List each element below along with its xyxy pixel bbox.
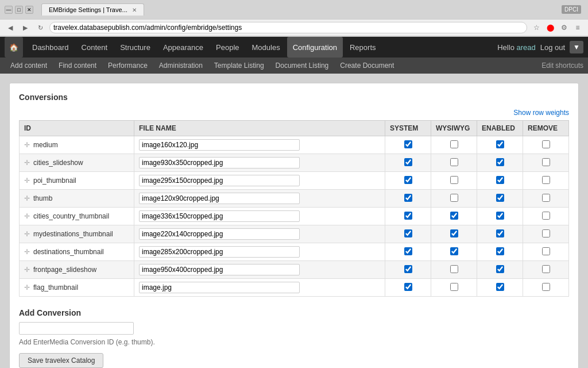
table-row: ✛poi_thumbnail bbox=[20, 172, 569, 190]
tab-close-icon[interactable]: ✕ bbox=[132, 7, 137, 13]
wysiwyg-cell bbox=[431, 208, 477, 225]
table-row: ✛medium bbox=[20, 136, 569, 154]
enabled-checkbox[interactable] bbox=[496, 212, 504, 220]
remove-checkbox[interactable] bbox=[542, 229, 550, 237]
wysiwyg-checkbox[interactable] bbox=[450, 158, 458, 166]
nav-item-people[interactable]: People bbox=[210, 37, 245, 57]
drag-handle-icon[interactable]: ✛ bbox=[24, 194, 30, 202]
remove-checkbox[interactable] bbox=[542, 283, 550, 291]
remove-checkbox[interactable] bbox=[542, 212, 550, 220]
drag-handle-icon[interactable]: ✛ bbox=[24, 266, 30, 274]
conversions-panel: Conversions Show row weights ID FILE NAM… bbox=[9, 83, 579, 368]
sec-nav-add-content[interactable]: Add content bbox=[5, 57, 53, 74]
row-filename-input[interactable] bbox=[139, 139, 300, 151]
drag-handle-icon[interactable]: ✛ bbox=[24, 159, 30, 167]
save-catalog-button[interactable]: Save travelex Catalog bbox=[19, 353, 103, 368]
remove-checkbox[interactable] bbox=[542, 247, 550, 255]
row-filename-input[interactable] bbox=[139, 157, 300, 168]
wysiwyg-checkbox[interactable] bbox=[450, 194, 458, 202]
row-filename-input[interactable] bbox=[139, 210, 300, 222]
enabled-checkbox[interactable] bbox=[496, 140, 504, 148]
wysiwyg-checkbox[interactable] bbox=[450, 212, 458, 220]
add-conversion-input[interactable] bbox=[19, 322, 134, 335]
system-checkbox[interactable] bbox=[404, 140, 412, 148]
sec-nav-administration[interactable]: Administration bbox=[153, 57, 208, 74]
wysiwyg-cell bbox=[431, 172, 477, 190]
enabled-checkbox[interactable] bbox=[496, 247, 504, 255]
nav-item-appearance[interactable]: Appearance bbox=[157, 37, 209, 57]
edit-shortcuts-link[interactable]: Edit shortcuts bbox=[541, 62, 583, 70]
sec-nav-find-content[interactable]: Find content bbox=[53, 57, 102, 74]
nav-item-dashboard[interactable]: Dashboard bbox=[26, 37, 75, 57]
drag-handle-icon[interactable]: ✛ bbox=[24, 248, 30, 256]
address-input[interactable] bbox=[49, 22, 527, 33]
nav-item-reports[interactable]: Reports bbox=[344, 37, 382, 57]
address-bar: ◀ ▶ ↻ ☆ ⬤ ⚙ ≡ bbox=[0, 19, 588, 36]
home-nav-item[interactable]: 🏠 bbox=[5, 37, 23, 57]
menu-icon[interactable]: ≡ bbox=[572, 22, 583, 33]
system-checkbox[interactable] bbox=[404, 229, 412, 237]
show-row-weights-link[interactable]: Show row weights bbox=[19, 109, 569, 117]
sec-nav-template-listing[interactable]: Template Listing bbox=[208, 57, 270, 74]
remove-checkbox[interactable] bbox=[542, 265, 550, 273]
browser-actions: ☆ ⬤ ⚙ ≡ bbox=[531, 22, 583, 33]
system-checkbox[interactable] bbox=[404, 265, 412, 273]
table-row: ✛frontpage_slideshow bbox=[20, 261, 569, 279]
reload-button[interactable]: ↻ bbox=[34, 22, 46, 33]
wysiwyg-checkbox[interactable] bbox=[450, 176, 458, 184]
system-checkbox[interactable] bbox=[404, 212, 412, 220]
drag-handle-icon[interactable]: ✛ bbox=[24, 230, 30, 238]
enabled-checkbox[interactable] bbox=[496, 283, 504, 291]
sec-nav-document-listing[interactable]: Document Listing bbox=[270, 57, 335, 74]
remove-checkbox[interactable] bbox=[542, 140, 550, 148]
browser-tab[interactable]: EMBridge Settings | Trave... ✕ bbox=[41, 3, 144, 16]
wysiwyg-checkbox[interactable] bbox=[450, 229, 458, 237]
system-checkbox[interactable] bbox=[404, 247, 412, 255]
system-checkbox[interactable] bbox=[404, 194, 412, 202]
logout-button[interactable]: Log out bbox=[540, 43, 565, 52]
remove-checkbox[interactable] bbox=[542, 176, 550, 184]
drag-handle-icon[interactable]: ✛ bbox=[24, 283, 30, 292]
system-checkbox[interactable] bbox=[404, 176, 412, 184]
row-id-cell: ✛medium bbox=[20, 136, 134, 154]
drag-handle-icon[interactable]: ✛ bbox=[24, 141, 30, 149]
sec-nav-performance[interactable]: Performance bbox=[102, 57, 153, 74]
forward-button[interactable]: ▶ bbox=[20, 22, 31, 33]
remove-checkbox[interactable] bbox=[542, 158, 550, 166]
row-filename-input[interactable] bbox=[139, 264, 300, 275]
row-filename-input[interactable] bbox=[139, 228, 300, 240]
wysiwyg-checkbox[interactable] bbox=[450, 247, 458, 255]
drag-handle-icon[interactable]: ✛ bbox=[24, 177, 30, 185]
system-checkbox[interactable] bbox=[404, 283, 412, 291]
settings-icon[interactable]: ⚙ bbox=[558, 22, 570, 33]
sec-nav-create-document[interactable]: Create Document bbox=[334, 57, 400, 74]
enabled-checkbox[interactable] bbox=[496, 265, 504, 273]
wysiwyg-checkbox[interactable] bbox=[450, 283, 458, 291]
remove-checkbox[interactable] bbox=[542, 194, 550, 202]
back-button[interactable]: ◀ bbox=[5, 22, 16, 33]
nav-item-modules[interactable]: Modules bbox=[246, 37, 286, 57]
row-filename-input[interactable] bbox=[139, 246, 300, 258]
row-filename-input[interactable] bbox=[139, 193, 300, 204]
enabled-checkbox[interactable] bbox=[496, 176, 504, 184]
nav-item-configuration[interactable]: Configuration bbox=[287, 37, 343, 57]
enabled-checkbox[interactable] bbox=[496, 194, 504, 202]
enabled-checkbox[interactable] bbox=[496, 229, 504, 237]
stop-icon[interactable]: ⬤ bbox=[544, 22, 556, 33]
star-icon[interactable]: ☆ bbox=[531, 22, 542, 33]
wysiwyg-checkbox[interactable] bbox=[450, 140, 458, 148]
row-filename-input[interactable] bbox=[139, 175, 300, 186]
nav-item-content[interactable]: Content bbox=[76, 37, 114, 57]
nav-dropdown-icon[interactable]: ▼ bbox=[570, 41, 583, 53]
maximize-button[interactable]: □ bbox=[15, 6, 23, 14]
system-checkbox[interactable] bbox=[404, 158, 412, 166]
close-button[interactable]: ✕ bbox=[25, 6, 33, 14]
secondary-nav: Add content Find content Performance Adm… bbox=[0, 57, 588, 74]
drag-handle-icon[interactable]: ✛ bbox=[24, 212, 30, 220]
nav-item-structure[interactable]: Structure bbox=[114, 37, 156, 57]
minimize-button[interactable]: — bbox=[5, 6, 13, 14]
enabled-checkbox[interactable] bbox=[496, 158, 504, 166]
row-filename-input[interactable] bbox=[139, 282, 300, 293]
hello-user-link[interactable]: aread bbox=[516, 43, 535, 52]
wysiwyg-checkbox[interactable] bbox=[450, 265, 458, 273]
